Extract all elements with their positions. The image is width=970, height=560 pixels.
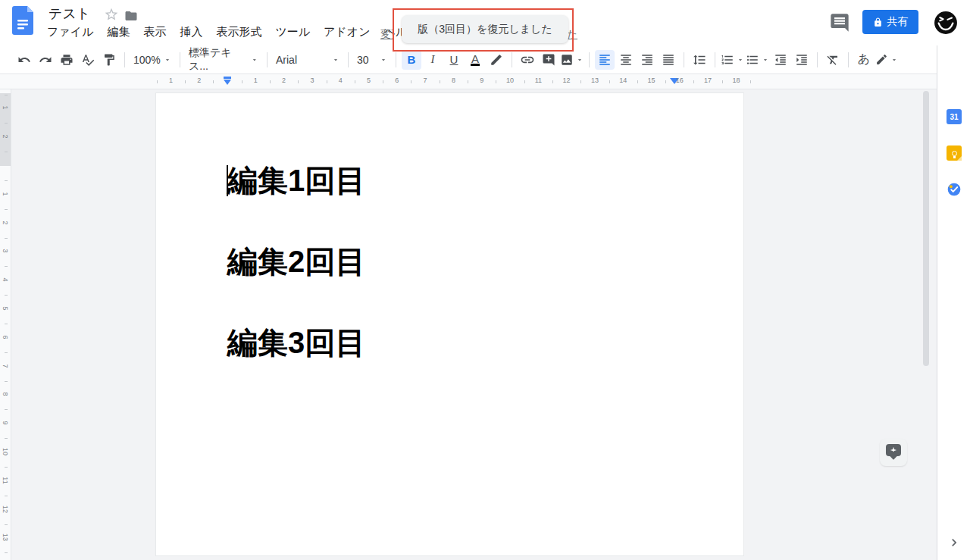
justify-button[interactable] [659, 50, 678, 70]
underline-button[interactable]: U [444, 50, 464, 70]
move-folder-icon[interactable] [124, 9, 138, 23]
ruler-number: 13 [591, 77, 599, 84]
align-right-button[interactable] [637, 50, 657, 70]
input-tools-button[interactable]: あ [854, 50, 874, 70]
insert-link-button[interactable] [518, 50, 537, 70]
ruler-number: 6 [2, 333, 9, 342]
paragraph-style-select[interactable]: 標準テキス... [186, 50, 261, 70]
star-icon[interactable] [104, 7, 119, 22]
chevron-down-icon [576, 56, 584, 64]
chevron-down-icon [380, 56, 387, 64]
share-button-label: 共有 [887, 15, 909, 29]
first-line-indent-marker[interactable] [224, 77, 231, 79]
menu-file[interactable]: ファイル [47, 25, 93, 39]
toolbar-divider [848, 52, 849, 67]
text-color-button[interactable]: A [465, 50, 485, 70]
add-comment-button[interactable] [539, 50, 559, 70]
undo-button[interactable] [14, 50, 34, 70]
menu-addons[interactable]: アドオン [324, 25, 370, 39]
google-keep-icon[interactable] [947, 145, 962, 161]
ruler-number: 8 [2, 389, 9, 399]
zoom-select[interactable]: 100% [130, 50, 174, 70]
ruler-number: 2 [2, 218, 9, 227]
menu-bar: ファイル 編集 表示 挿入 表示形式 ツール アドオン ヘルプ [47, 25, 419, 39]
redo-button[interactable] [36, 50, 55, 70]
italic-button[interactable]: I [423, 50, 443, 70]
ruler-tick [298, 80, 299, 83]
ruler-number: 3 [2, 246, 9, 255]
toolbar-divider [180, 52, 180, 67]
explore-star-icon [886, 444, 901, 456]
document-title[interactable]: テスト [48, 5, 90, 23]
ruler-tick [524, 80, 525, 83]
chevron-down-icon [890, 56, 898, 64]
chevron-down-icon [332, 56, 340, 64]
doc-text-line: 編集1回目 [227, 165, 365, 196]
align-left-button[interactable] [595, 50, 615, 70]
ruler-number: 2 [197, 77, 201, 84]
menu-insert[interactable]: 挿入 [180, 25, 202, 39]
bulleted-list-button[interactable] [746, 50, 769, 70]
bold-button[interactable]: B [402, 50, 421, 70]
ruler-tick [5, 238, 8, 239]
doc-text-line: 編集2回目 [227, 246, 365, 277]
print-button[interactable] [57, 50, 77, 70]
toolbar-divider [715, 52, 715, 67]
ruler-number: 12 [2, 505, 9, 514]
toolbar-divider [348, 52, 349, 67]
save-status-link-right-fragment[interactable]: た [567, 28, 577, 42]
align-center-button[interactable] [616, 50, 636, 70]
ruler-number: 4 [2, 275, 9, 284]
document-page[interactable]: 編集1回目 編集2回目 編集3回目 [156, 93, 743, 555]
google-tasks-icon[interactable] [947, 182, 962, 197]
clear-formatting-button[interactable] [823, 50, 843, 70]
ruler-number: 3 [310, 77, 314, 84]
google-calendar-icon[interactable]: 31 [947, 109, 962, 124]
ruler-tick [355, 80, 355, 83]
menu-edit[interactable]: 編集 [107, 25, 130, 39]
chevron-down-icon [164, 56, 171, 64]
ruler-tick [242, 80, 242, 83]
account-avatar[interactable] [934, 11, 958, 35]
font-size-select[interactable]: 30 [354, 50, 390, 70]
numbered-list-button[interactable] [721, 50, 744, 70]
paint-format-button[interactable] [99, 50, 119, 70]
ruler-tick [5, 209, 8, 210]
expand-side-panel-button[interactable] [947, 535, 962, 550]
ruler-number: 18 [732, 77, 740, 84]
insert-image-button[interactable] [560, 50, 584, 70]
save-status-link-left-fragment[interactable]: 変更 [380, 28, 393, 42]
highlight-color-button[interactable] [487, 50, 506, 70]
chevron-down-icon [737, 56, 744, 64]
google-docs-logo-icon[interactable] [12, 6, 33, 35]
ruler-number: 7 [2, 361, 9, 371]
explore-button[interactable] [880, 439, 907, 466]
ruler-number: 10 [506, 77, 514, 84]
ruler-tick [693, 80, 694, 83]
spell-check-button[interactable] [78, 50, 98, 70]
ruler-number: 11 [535, 77, 542, 84]
menu-format[interactable]: 表示形式 [216, 25, 261, 39]
ruler-tick [722, 80, 723, 83]
ruler-tick [468, 80, 468, 83]
ruler-tick [5, 295, 8, 296]
toolbar-divider [396, 52, 396, 67]
vertical-scrollbar-thumb[interactable] [923, 91, 929, 366]
ruler-tick [5, 352, 8, 353]
chevron-down-icon [762, 56, 769, 64]
left-indent-marker[interactable] [224, 80, 231, 85]
increase-indent-button[interactable] [792, 50, 812, 70]
share-button[interactable]: 共有 [862, 10, 918, 34]
menu-tools[interactable]: ツール [275, 25, 310, 39]
toast-message: 版（3回目）を復元しました [418, 23, 552, 36]
google-docs-window: テスト ファイル 編集 表示 挿入 表示形式 ツール アドオン ヘルプ 変更 た… [0, 0, 970, 560]
line-spacing-button[interactable] [690, 50, 709, 70]
open-comments-icon[interactable] [829, 12, 850, 33]
menu-view[interactable]: 表示 [143, 25, 166, 39]
editing-mode-button[interactable] [875, 50, 898, 70]
ruler-number: 7 [424, 77, 427, 84]
ruler-tick [496, 80, 496, 83]
ruler-tick [440, 80, 440, 83]
font-family-select[interactable]: Arial [273, 50, 343, 70]
decrease-indent-button[interactable] [771, 50, 790, 70]
